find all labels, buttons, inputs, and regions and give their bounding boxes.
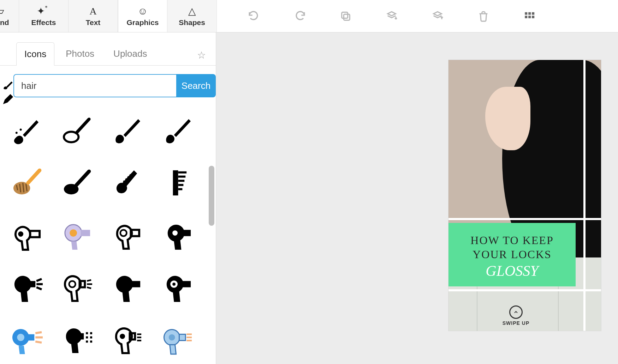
svg-rect-0 <box>344 14 350 20</box>
redo-button[interactable] <box>277 0 323 32</box>
tab-effects[interactable]: ✦＊ Effects <box>19 0 69 32</box>
svg-rect-2 <box>525 12 527 14</box>
smiley-icon: ☺ <box>138 6 148 17</box>
brush-deco-icon <box>1 78 15 91</box>
subtab-photos[interactable]: Photos <box>58 42 102 65</box>
tab-label: Text <box>86 18 101 27</box>
swipe-up[interactable]: SWIPE UP <box>448 305 583 326</box>
svg-rect-21 <box>173 170 178 195</box>
svg-rect-31 <box>81 230 90 236</box>
icon-comb-1[interactable] <box>105 162 151 204</box>
tab-text[interactable]: A Text <box>69 0 118 32</box>
icon-dryer-3[interactable] <box>155 214 202 256</box>
icon-grid <box>4 106 216 364</box>
headline-line-2: YOUR LOCKS <box>473 248 552 262</box>
icon-brush-3[interactable] <box>105 109 151 152</box>
icon-brush-2[interactable] <box>54 109 101 152</box>
icon-dryer-blue[interactable] <box>4 318 50 360</box>
svg-rect-51 <box>28 334 34 340</box>
svg-point-40 <box>69 281 75 287</box>
icon-dryer-9[interactable] <box>105 318 151 360</box>
svg-rect-27 <box>30 231 40 237</box>
story-canvas[interactable]: HOW TO KEEP YOUR LOCKS GLOSSY SWIPE UP <box>448 60 601 331</box>
icon-brush-color[interactable] <box>4 162 50 204</box>
undo-button[interactable] <box>231 0 277 32</box>
sidebar: Icons Photos Uploads ☆ Search <box>0 32 216 364</box>
search-row: Search <box>0 66 216 106</box>
icon-dryer-8[interactable] <box>54 318 101 360</box>
icon-brush-1[interactable] <box>4 109 50 152</box>
swipe-label: SWIPE UP <box>503 320 529 326</box>
delete-button[interactable] <box>460 0 506 32</box>
icon-dryer-2[interactable] <box>105 214 151 256</box>
frame-horizontal-bottom <box>448 289 601 291</box>
bring-forward-button[interactable] <box>415 0 460 32</box>
svg-point-48 <box>172 283 176 286</box>
svg-rect-36 <box>29 281 35 287</box>
headline-box[interactable]: HOW TO KEEP YOUR LOCKS GLOSSY <box>448 223 576 286</box>
icon-brush-5[interactable] <box>54 162 101 204</box>
icon-dryer-1[interactable] <box>4 214 50 256</box>
svg-rect-61 <box>90 340 92 342</box>
letter-a-icon: A <box>89 6 96 17</box>
frame-horizontal-top <box>448 218 601 220</box>
icon-dryer-6[interactable] <box>105 266 151 308</box>
send-backward-button[interactable] <box>369 0 415 32</box>
chevron-up-icon <box>509 305 523 319</box>
svg-point-35 <box>172 230 178 236</box>
svg-rect-46 <box>182 281 191 287</box>
svg-line-39 <box>36 287 42 289</box>
svg-rect-59 <box>90 336 92 338</box>
duplicate-button[interactable] <box>323 0 369 32</box>
svg-rect-58 <box>86 336 88 338</box>
svg-line-44 <box>87 287 91 288</box>
grid-button[interactable] <box>506 0 552 32</box>
svg-line-37 <box>36 279 42 281</box>
svg-rect-69 <box>179 334 186 340</box>
wand-icon: ✦＊ <box>37 5 50 17</box>
svg-line-54 <box>35 341 42 342</box>
svg-rect-34 <box>183 230 191 236</box>
svg-point-50 <box>17 334 24 341</box>
headline-line-1: HOW TO KEEP <box>470 233 553 248</box>
svg-rect-41 <box>79 281 85 287</box>
icon-dryer-7[interactable] <box>155 266 202 308</box>
svg-point-9 <box>20 128 22 131</box>
icon-dryer-4[interactable] <box>4 266 50 308</box>
svg-point-32 <box>120 230 127 236</box>
tab-background[interactable]: ▱ nd <box>0 0 19 32</box>
main-tabs: ▱ nd ✦＊ Effects A Text ☺ Graphics △ Shap… <box>0 0 217 32</box>
icon-dryer-5[interactable] <box>54 266 101 308</box>
scrollbar-thumb[interactable] <box>209 166 214 226</box>
svg-rect-7 <box>532 16 534 18</box>
pen-deco-icon <box>1 92 15 106</box>
svg-point-62 <box>120 334 125 339</box>
icon-comb-2[interactable] <box>155 162 202 204</box>
subtab-icons[interactable]: Icons <box>16 42 54 66</box>
tab-label: Graphics <box>126 18 159 27</box>
svg-rect-1 <box>342 12 348 18</box>
search-input[interactable] <box>13 74 176 97</box>
tab-label: Shapes <box>179 18 205 27</box>
svg-rect-55 <box>78 333 84 339</box>
tab-shapes[interactable]: △ Shapes <box>167 0 217 32</box>
canvas-area[interactable]: HOW TO KEEP YOUR LOCKS GLOSSY SWIPE UP <box>216 32 618 364</box>
svg-rect-45 <box>131 281 141 287</box>
svg-rect-4 <box>532 12 534 14</box>
icon-brush-4[interactable] <box>155 109 202 152</box>
svg-rect-5 <box>525 16 527 18</box>
svg-point-30 <box>70 229 77 237</box>
svg-line-42 <box>87 280 91 281</box>
search-button[interactable]: Search <box>176 74 216 97</box>
icon-dryer-lightblue[interactable] <box>155 318 202 360</box>
sub-tabs: Icons Photos Uploads ☆ <box>0 32 216 66</box>
tab-graphics[interactable]: ☺ Graphics <box>118 0 167 32</box>
svg-point-28 <box>18 231 23 237</box>
svg-point-8 <box>16 132 18 134</box>
icon-dryer-purple[interactable] <box>54 214 101 256</box>
headline-accent: GLOSSY <box>486 262 538 279</box>
svg-rect-57 <box>90 332 92 334</box>
subtab-uploads[interactable]: Uploads <box>106 42 155 65</box>
favorites-star-icon[interactable]: ☆ <box>191 45 212 65</box>
svg-point-68 <box>169 334 175 340</box>
